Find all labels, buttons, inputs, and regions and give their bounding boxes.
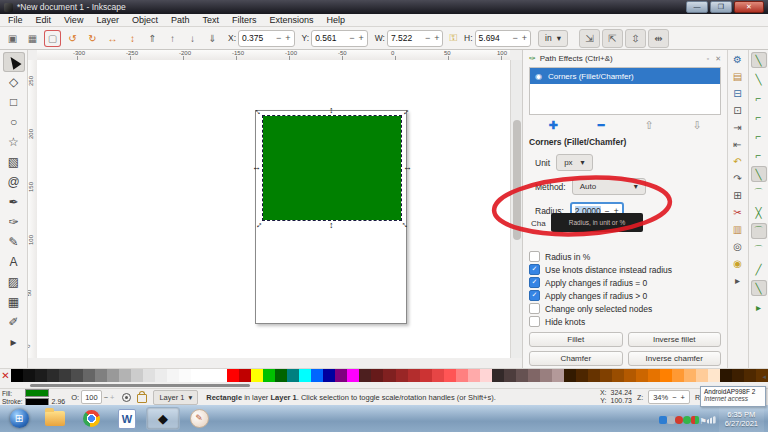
unchecked-checkbox-icon[interactable] [529,316,540,327]
zoom-value[interactable]: 34% [653,393,668,402]
snap-bounding-box-icon[interactable]: ╲ [751,71,767,87]
palette-swatch[interactable] [59,369,71,382]
menu-file[interactable]: File [8,15,23,25]
taskbar-clock[interactable]: 6:35 PM 6/27/2021 [719,405,764,432]
gradient-tool[interactable]: ▨ [3,272,25,292]
menu-help[interactable]: Help [326,15,345,25]
y-spinner[interactable]: Y: 0.561−+ [302,30,368,47]
raise-icon[interactable]: ↑ [164,30,181,47]
scale-corners-toggle[interactable]: ⇱ [602,29,623,48]
checkbox-row[interactable]: ✓Use knots distance instead radius [529,263,721,276]
checkbox-row[interactable]: ✓Apply changes if radius = 0 [529,276,721,289]
box3d-tool[interactable]: ▧ [3,152,25,172]
scale-handle-bottom[interactable]: ↕ [329,221,334,230]
h-value[interactable]: 5.694 [479,33,509,43]
lower-icon[interactable]: ↓ [184,30,201,47]
minimize-button[interactable]: — [686,1,708,13]
palette-swatch[interactable] [684,369,696,382]
h-plus-button[interactable]: + [522,33,527,43]
palette-swatch[interactable] [492,369,504,382]
method-dropdown[interactable]: Auto ▾ [572,178,646,195]
zoom-drawing-icon[interactable]: ◎ [730,239,746,254]
snap-bbox-corners-icon[interactable]: ⌐ [751,109,767,125]
x-spinner[interactable]: X: 0.375−+ [228,30,295,47]
star-tool[interactable]: ☆ [3,132,25,152]
panel-close-icon[interactable]: ✕ [715,55,721,63]
palette-swatch[interactable] [335,369,347,382]
palette-swatch[interactable] [143,369,155,382]
menu-extensions[interactable]: Extensions [269,15,313,25]
palette-swatch[interactable] [251,369,263,382]
snap-bbox-centers-icon[interactable]: ⌐ [751,147,767,163]
palette-swatch[interactable] [299,369,311,382]
palette-swatch[interactable] [480,369,492,382]
word-app[interactable]: W [110,407,144,430]
visibility-eye-icon[interactable]: ◉ [535,72,542,81]
snap-path-intersections-icon[interactable]: ╳ [751,204,767,220]
pen-tool[interactable]: ✒ [3,192,25,212]
palette-swatch[interactable] [383,369,395,382]
palette-swatch[interactable] [744,369,756,382]
snap-midpoints-icon[interactable]: ╱ [751,261,767,277]
palette-swatch[interactable] [576,369,588,382]
palette-none-swatch[interactable]: ✕ [0,369,11,382]
palette-swatch[interactable] [732,369,744,382]
snap-bbox-edges-icon[interactable]: ⌐ [751,90,767,106]
palette-swatch[interactable] [371,369,383,382]
select-all-icon[interactable]: ▣ [4,30,21,47]
palette-swatch[interactable] [347,369,359,382]
deselect-icon[interactable]: ▢ [44,30,61,47]
x-value[interactable]: 0.375 [242,33,272,43]
palette-swatch[interactable] [468,369,480,382]
tray-network-icon[interactable] [707,416,716,424]
palette-swatch[interactable] [11,369,23,382]
palette-swatch[interactable] [215,369,227,382]
y-plus-button[interactable]: + [358,33,363,43]
snap-path-icon[interactable]: ⌒ [751,185,767,201]
explorer-app[interactable] [38,407,72,430]
x-plus-button[interactable]: + [285,33,290,43]
checkbox-row[interactable]: ✓Apply changes if radius > 0 [529,289,721,302]
scale-handle-bottom-left[interactable]: ↔ [252,218,265,231]
menu-path[interactable]: Path [171,15,190,25]
chrome-app[interactable] [74,407,108,430]
palette-swatch[interactable] [444,369,456,382]
redo-icon[interactable]: ↷ [730,171,746,186]
fill-color-swatch[interactable] [25,389,49,397]
palette-swatch[interactable] [263,369,275,382]
w-minus-button[interactable]: − [425,33,430,43]
palette-swatch[interactable] [420,369,432,382]
canvas[interactable]: ↔ ↔ ↔ ↔ ↕ ↕ ↔ ↔ [37,60,510,358]
menu-edit[interactable]: Edit [36,15,52,25]
unchecked-checkbox-icon[interactable] [529,251,540,262]
ellipse-tool[interactable]: ○ [3,112,25,132]
palette-swatch[interactable] [624,369,636,382]
palette-swatch[interactable] [179,369,191,382]
scale-handle-left[interactable]: ↔ [252,163,261,172]
snap-smooth-nodes-icon[interactable]: ⌒ [751,242,767,258]
palette-swatch[interactable] [107,369,119,382]
palette-swatch[interactable] [696,369,708,382]
snap-enabled-icon[interactable]: ╲ [751,52,767,68]
spiral-tool[interactable]: @ [3,172,25,192]
checkbox-row[interactable]: Radius in % [529,250,721,263]
palette-swatch[interactable] [600,369,612,382]
pe-unit-dropdown[interactable]: px ▾ [556,154,592,171]
paint-app[interactable]: ✎ [182,407,216,430]
fillet-button[interactable]: Fillet [529,332,623,347]
menu-filters[interactable]: Filters [232,15,257,25]
h-minus-button[interactable]: − [513,33,518,43]
tray-app-gray-icon[interactable] [667,416,675,424]
rotate-cw-icon[interactable]: ↻ [84,30,101,47]
palette-swatch[interactable] [203,369,215,382]
zoom-page-icon[interactable]: ◉ [730,256,746,271]
unit-dropdown[interactable]: in ▾ [538,30,568,47]
unchecked-checkbox-icon[interactable] [529,303,540,314]
inverse-fillet-button[interactable]: Inverse fillet [628,332,722,347]
palette-swatch[interactable] [396,369,408,382]
checked-checkbox-icon[interactable]: ✓ [529,277,540,288]
palette-swatch[interactable] [23,369,35,382]
scale-handle-top[interactable]: ↕ [329,106,334,115]
palette-swatch[interactable] [408,369,420,382]
palette-swatch[interactable] [672,369,684,382]
